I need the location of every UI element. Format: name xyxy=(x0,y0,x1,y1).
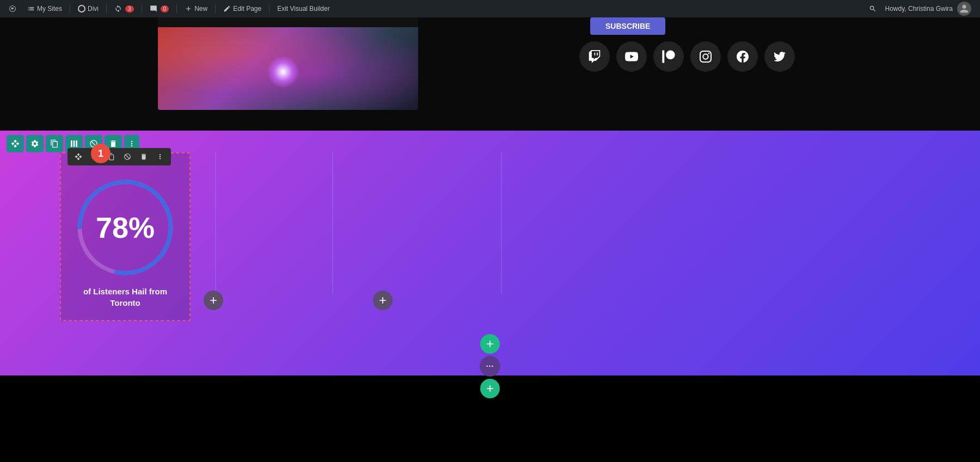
exit-builder-label: Exit Visual Builder xyxy=(277,5,330,13)
top-section: SUBSCRIBE xyxy=(0,17,980,131)
bottom-add-btn-bottom[interactable] xyxy=(480,379,500,398)
user-greeting[interactable]: Howdy, Christina Gwira xyxy=(881,2,976,16)
col-divider-1 xyxy=(215,152,216,294)
circle-chart: 78% xyxy=(74,176,177,279)
row-settings-btn[interactable] xyxy=(26,135,44,152)
updates-badge: 3 xyxy=(125,5,134,13)
user-avatar xyxy=(957,2,971,16)
new-menu[interactable]: New xyxy=(180,0,212,17)
my-sites-label: My Sites xyxy=(37,5,62,13)
divi-menu[interactable]: Divi xyxy=(74,0,103,17)
mod-move-btn[interactable] xyxy=(72,150,85,163)
youtube-icon[interactable] xyxy=(616,41,647,72)
mod-disable-btn[interactable] xyxy=(121,150,134,163)
circle-percent-value: 78% xyxy=(96,211,155,244)
add-col-btn-1[interactable] xyxy=(204,291,223,310)
edit-page-btn[interactable]: Edit Page xyxy=(219,0,266,17)
exit-builder-btn[interactable]: Exit Visual Builder xyxy=(273,0,334,17)
comments-badge: 0 xyxy=(161,5,169,13)
social-row xyxy=(579,41,795,72)
instagram-icon[interactable] xyxy=(690,41,721,72)
bottom-more-btn[interactable]: ··· xyxy=(480,356,500,377)
caption-line2: Toronto xyxy=(110,298,140,307)
mod-more-btn[interactable] xyxy=(154,150,167,163)
add-col-btn-2[interactable] xyxy=(373,291,393,310)
my-sites-menu[interactable]: My Sites xyxy=(23,0,66,17)
social-icons-area: SUBSCRIBE xyxy=(579,17,795,72)
col-divider-2 xyxy=(332,152,333,294)
greeting-text: Howdy, Christina Gwira xyxy=(885,5,953,13)
facebook-icon[interactable] xyxy=(727,41,758,72)
admin-bar: My Sites Divi 3 0 New Edit Page Exit Vis… xyxy=(0,0,980,17)
bottom-add-btn-top[interactable] xyxy=(480,334,500,354)
mod-delete-btn[interactable] xyxy=(137,150,150,163)
subscribe-button[interactable]: SUBSCRIBE xyxy=(590,17,665,35)
admin-bar-right: Howdy, Christina Gwira xyxy=(865,2,976,16)
new-label: New xyxy=(194,5,207,13)
wp-logo[interactable] xyxy=(4,0,21,17)
row-duplicate-btn[interactable] xyxy=(46,135,63,152)
divi-label: Divi xyxy=(88,5,99,13)
module-container[interactable]: 1 xyxy=(60,152,191,321)
page-canvas: SUBSCRIBE xyxy=(0,17,980,462)
row-move-btn[interactable] xyxy=(7,135,24,152)
comments-menu[interactable]: 0 xyxy=(145,0,174,17)
updates-menu[interactable]: 3 xyxy=(110,0,138,17)
caption-line1: of Listeners Hail from xyxy=(83,287,167,296)
col-divider-3 xyxy=(501,152,502,294)
edit-page-label: Edit Page xyxy=(233,5,261,13)
patreon-icon[interactable] xyxy=(653,41,684,72)
builder-section: 1 xyxy=(0,131,980,375)
bottom-more-label: ··· xyxy=(486,362,494,371)
module-toolbar xyxy=(68,148,171,165)
module-caption: of Listeners Hail from Toronto xyxy=(83,286,167,309)
hero-image xyxy=(158,17,418,110)
search-btn[interactable] xyxy=(865,5,881,13)
twitch-icon[interactable] xyxy=(579,41,610,72)
bottom-add-row: ··· xyxy=(480,334,500,398)
badge-1: 1 xyxy=(91,144,111,163)
twitter-icon[interactable] xyxy=(764,41,795,72)
